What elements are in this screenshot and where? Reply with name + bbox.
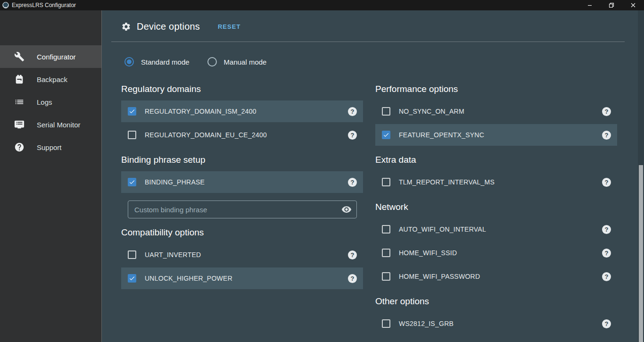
checkbox-unchecked-icon[interactable] xyxy=(382,272,390,281)
wrench-icon xyxy=(14,51,25,62)
binding-phrase-input[interactable] xyxy=(128,200,357,218)
radio-manual-mode-icon xyxy=(207,57,217,67)
option-row[interactable]: FEATURE_OPENTX_SYNC ? xyxy=(375,124,617,146)
option-label: NO_SYNC_ON_ARM xyxy=(399,108,602,115)
header-divider xyxy=(111,42,625,42)
checkbox-unchecked-icon[interactable] xyxy=(382,225,390,234)
help-icon[interactable]: ? xyxy=(602,178,611,187)
option-row[interactable]: UNLOCK_HIGHER_POWER ? xyxy=(121,267,363,289)
page-title: Device options xyxy=(137,21,200,32)
help-icon[interactable]: ? xyxy=(602,249,611,258)
option-label: BINDING_PHRASE xyxy=(145,178,348,186)
mode-label: Manual mode xyxy=(224,58,267,66)
help-icon[interactable]: ? xyxy=(602,225,611,234)
mode-selector: Standard mode Manual mode xyxy=(121,52,617,71)
checkbox-unchecked-icon[interactable] xyxy=(382,107,390,116)
right-column: Performance options NO_SYNC_ON_ARM ? FEA… xyxy=(375,83,617,336)
app-logo-icon xyxy=(2,2,9,8)
sidebar-item-label: Serial Monitor xyxy=(37,121,81,129)
scrollbar-thumb[interactable] xyxy=(639,165,643,342)
help-icon[interactable]: ? xyxy=(602,272,611,281)
option-label: REGULATORY_DOMAIN_EU_CE_2400 xyxy=(145,131,348,139)
window-title: ExpressLRS Configurator xyxy=(12,2,579,8)
help-icon[interactable]: ? xyxy=(348,107,357,116)
checkbox-checked-icon[interactable] xyxy=(128,178,136,186)
option-row[interactable]: NO_SYNC_ON_ARM ? xyxy=(375,100,617,122)
sidebar-item-label: Backpack xyxy=(37,75,67,83)
option-label: UART_INVERTED xyxy=(145,251,348,259)
visibility-toggle-icon[interactable] xyxy=(341,204,352,215)
checkbox-checked-icon[interactable] xyxy=(128,274,136,283)
scrollbar[interactable] xyxy=(638,10,644,342)
section-title: Extra data xyxy=(375,154,617,166)
device-options-page: Device options RESET Standard mode Manua… xyxy=(102,10,644,342)
option-label: REGULATORY_DOMAIN_ISM_2400 xyxy=(145,108,348,115)
sidebar-item-support[interactable]: Support xyxy=(0,136,101,158)
help-icon[interactable]: ? xyxy=(348,250,357,259)
checkbox-unchecked-icon[interactable] xyxy=(382,178,390,186)
page-header: Device options RESET xyxy=(121,17,617,36)
sidebar-item-label: Configurator xyxy=(37,53,76,61)
option-row[interactable]: HOME_WIFI_SSID ? xyxy=(375,242,617,264)
option-row[interactable]: BINDING_PHRASE ? xyxy=(121,171,363,193)
option-row[interactable]: REGULATORY_DOMAIN_ISM_2400 ? xyxy=(121,100,363,122)
titlebar: ExpressLRS Configurator xyxy=(0,0,644,10)
checkbox-checked-icon[interactable] xyxy=(382,131,390,139)
mode-label: Standard mode xyxy=(141,58,190,66)
reset-button[interactable]: RESET xyxy=(218,23,240,30)
checkbox-checked-icon[interactable] xyxy=(128,107,136,116)
main-panel: Device options RESET Standard mode Manua… xyxy=(102,10,644,342)
help-icon[interactable]: ? xyxy=(348,274,357,283)
sidebar-item-label: Support xyxy=(37,143,62,151)
list-icon xyxy=(14,97,25,107)
option-label: WS2812_IS_GRB xyxy=(399,320,602,327)
left-column: Regulatory domains REGULATORY_DOMAIN_ISM… xyxy=(121,83,363,291)
option-label: TLM_REPORT_INTERVAL_MS xyxy=(399,178,602,186)
help-circle-icon xyxy=(14,142,25,152)
minimize-button[interactable] xyxy=(579,0,601,10)
section-title: Regulatory domains xyxy=(121,83,363,95)
checkbox-unchecked-icon[interactable] xyxy=(128,250,136,259)
option-row[interactable]: AUTO_WIFI_ON_INTERVAL ? xyxy=(375,218,617,240)
checkbox-unchecked-icon[interactable] xyxy=(382,319,390,328)
radio-standard-mode-icon xyxy=(124,57,134,67)
help-icon[interactable]: ? xyxy=(602,107,611,116)
sidebar-item-logs[interactable]: Logs xyxy=(0,91,101,113)
sidebar-item-label: Logs xyxy=(37,98,52,106)
mode-option-standard[interactable]: Standard mode xyxy=(124,57,190,67)
help-icon[interactable]: ? xyxy=(348,131,357,140)
help-icon[interactable]: ? xyxy=(348,178,357,187)
close-button[interactable] xyxy=(622,0,644,10)
help-icon[interactable]: ? xyxy=(602,319,611,328)
section-title: Other options xyxy=(375,296,617,307)
option-row[interactable]: TLM_REPORT_INTERVAL_MS ? xyxy=(375,171,617,193)
mode-option-manual[interactable]: Manual mode xyxy=(207,57,267,67)
sidebar-item-configurator[interactable]: Configurator xyxy=(0,45,101,68)
option-label: HOME_WIFI_PASSWORD xyxy=(399,273,602,280)
sidebar: Configurator Backpack Logs Serial Monito… xyxy=(0,10,102,342)
gear-icon xyxy=(121,22,131,32)
sidebar-item-serial-monitor[interactable]: Serial Monitor xyxy=(0,113,101,136)
option-label: FEATURE_OPENTX_SYNC xyxy=(399,131,602,139)
option-row[interactable]: HOME_WIFI_PASSWORD ? xyxy=(375,266,617,287)
sidebar-item-backpack[interactable]: Backpack xyxy=(0,68,101,91)
option-row[interactable]: UART_INVERTED ? xyxy=(121,244,363,266)
binding-phrase-field xyxy=(128,200,357,218)
app-body: Configurator Backpack Logs Serial Monito… xyxy=(0,10,644,342)
checkbox-unchecked-icon[interactable] xyxy=(128,131,136,139)
option-label: AUTO_WIFI_ON_INTERVAL xyxy=(399,225,602,233)
help-icon[interactable]: ? xyxy=(602,131,611,140)
restore-button[interactable] xyxy=(601,0,622,10)
option-label: HOME_WIFI_SSID xyxy=(399,249,602,257)
option-row[interactable]: REGULATORY_DOMAIN_EU_CE_2400 ? xyxy=(121,124,363,146)
section-title: Network xyxy=(375,201,617,213)
section-title: Performance options xyxy=(375,83,617,95)
backpack-icon xyxy=(14,74,25,84)
monitor-icon xyxy=(14,119,25,130)
option-label: UNLOCK_HIGHER_POWER xyxy=(145,275,348,282)
options-columns: Regulatory domains REGULATORY_DOMAIN_ISM… xyxy=(121,83,617,336)
section-title: Compatibility options xyxy=(121,227,363,238)
option-row[interactable]: WS2812_IS_GRB ? xyxy=(375,313,617,334)
checkbox-unchecked-icon[interactable] xyxy=(382,249,390,257)
section-title: Binding phrase setup xyxy=(121,154,363,166)
